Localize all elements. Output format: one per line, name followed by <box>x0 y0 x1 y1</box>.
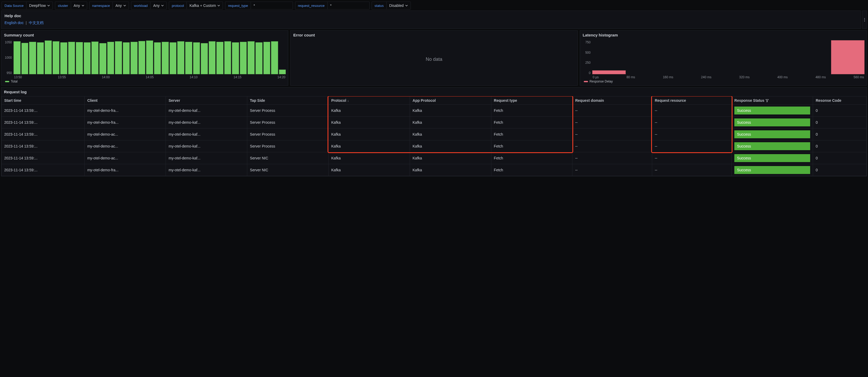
filter-label: protocol <box>169 2 186 9</box>
filter-select[interactable]: DeepFlow <box>26 2 53 9</box>
column-header-label: Server <box>168 98 180 103</box>
bar <box>271 41 278 74</box>
status-badge: Success <box>734 166 810 174</box>
column-header-label: Response Status <box>734 98 765 103</box>
chevron-down-icon <box>82 5 84 6</box>
bar <box>99 43 106 74</box>
column-header-response_code[interactable]: Resonse Code <box>813 96 866 105</box>
bar <box>209 41 216 74</box>
axis-tick: 0 <box>589 71 591 75</box>
column-header-request_domain[interactable]: Request domain <box>572 96 652 105</box>
bar <box>193 42 200 74</box>
help-doc-links: English doc | 中文文档 <box>4 21 858 25</box>
table-row[interactable]: 2023-11-14 13:59:...my-otel-demo-fra...m… <box>2 164 867 176</box>
bar <box>169 42 177 74</box>
cell-request_resource: -- <box>652 128 732 140</box>
cell-tap_side: Server NIC <box>247 152 329 164</box>
latency-histogram-legend[interactable]: Response Delay <box>582 79 865 84</box>
histogram-slot <box>694 39 728 74</box>
table-row[interactable]: 2023-11-14 13:59:...my-otel-demo-ac...my… <box>2 128 867 140</box>
filter-select[interactable]: Disabled <box>386 2 411 9</box>
help-doc-panel: Help doc English doc | 中文文档 <box>1 10 861 29</box>
column-header-request_resource[interactable]: Request resource <box>652 96 732 105</box>
filter-namespace: namespaceAny <box>89 2 129 9</box>
bar <box>264 42 271 74</box>
filter-select[interactable]: Any <box>150 2 167 9</box>
cell-app_protocol: Kafka <box>410 164 491 176</box>
column-header-protocol[interactable]: Protocol↓ <box>328 96 410 105</box>
error-count-panel: Error count No data <box>290 30 578 86</box>
column-header-response_status[interactable]: Response Status <box>732 96 813 105</box>
column-header-label: Resonse Code <box>816 98 841 103</box>
help-doc-chinese-link[interactable]: 中文文档 <box>29 21 43 25</box>
histogram-slot <box>763 39 797 74</box>
help-doc-english-link[interactable]: English doc <box>4 21 24 25</box>
cell-app_protocol: Kafka <box>410 128 491 140</box>
error-count-empty: No data <box>293 39 575 79</box>
bar <box>84 42 91 74</box>
table-row[interactable]: 2023-11-14 13:59:...my-otel-demo-ac...my… <box>2 152 867 164</box>
cell-response_status: Success <box>732 117 813 128</box>
column-header-request_type[interactable]: Request type <box>491 96 572 105</box>
latency-histogram-chart[interactable]: 7505002500 0 µs80 ms160 ms240 ms320 ms40… <box>582 39 865 79</box>
bar <box>53 41 60 74</box>
bar <box>123 42 130 74</box>
panel-menu-button[interactable] <box>862 10 867 29</box>
column-header-tap_side[interactable]: Tap Side <box>247 96 329 105</box>
chevron-down-icon <box>47 5 50 6</box>
table-row[interactable]: 2023-11-14 13:59:...my-otel-demo-ac...my… <box>2 140 867 152</box>
filter-text-input[interactable]: * <box>251 2 293 9</box>
bar <box>216 42 223 74</box>
filter-select[interactable]: Any <box>71 2 87 9</box>
bar <box>68 42 75 74</box>
bar <box>44 40 52 74</box>
cell-request_resource: -- <box>652 152 732 164</box>
cell-request_type: Fetch <box>491 152 572 164</box>
cell-protocol: Kafka <box>328 164 410 176</box>
cell-request_type: Fetch <box>491 117 572 128</box>
bar <box>232 42 239 74</box>
table-row[interactable]: 2023-11-14 13:59:...my-otel-demo-fra...m… <box>2 105 867 117</box>
filter-icon[interactable] <box>766 99 769 102</box>
cell-client: my-otel-demo-fra... <box>85 117 166 128</box>
axis-tick: 560 ms <box>854 75 864 79</box>
table-row[interactable]: 2023-11-14 13:59:...my-otel-demo-fra...m… <box>2 117 867 128</box>
histogram-slot <box>660 39 694 74</box>
column-header-server[interactable]: Server <box>166 96 247 105</box>
axis-tick: 14:10 <box>190 75 197 79</box>
cell-request_type: Fetch <box>491 164 572 176</box>
filter-status: statusDisabled <box>372 2 411 9</box>
bar <box>224 41 231 74</box>
axis-tick: 160 ms <box>663 75 673 79</box>
column-header-client[interactable]: Client <box>85 96 166 105</box>
cell-app_protocol: Kafka <box>410 117 491 128</box>
cell-app_protocol: Kafka <box>410 105 491 117</box>
legend-swatch-icon <box>584 81 588 82</box>
filter-value-text: Kafka + Custom <box>189 3 216 8</box>
cell-server: my-otel-demo-kaf... <box>166 128 247 140</box>
cell-client: my-otel-demo-ac... <box>85 152 166 164</box>
column-header-app_protocol[interactable]: App Protocol <box>410 96 491 105</box>
request-log-header-row: Start timeClientServerTap SideProtocol↓A… <box>2 96 867 105</box>
column-header-label: Request resource <box>655 98 686 103</box>
cell-response_code: 0 <box>813 164 866 176</box>
filter-select[interactable]: Any <box>113 2 129 9</box>
column-header-start_time[interactable]: Start time <box>2 96 85 105</box>
filter-protocol: protocolKafka + Custom <box>169 2 223 9</box>
filter-label: request_resource <box>295 2 327 9</box>
cell-response_status: Success <box>732 128 813 140</box>
cell-request_resource: -- <box>652 140 732 152</box>
filter-value-text: Any <box>74 3 80 8</box>
histogram-slot <box>728 39 762 74</box>
summary-count-chart[interactable]: 10501000950 13:5013:5514:0014:0514:1014:… <box>3 39 286 79</box>
latency-histogram-yaxis: 7505002500 <box>582 39 592 79</box>
summary-count-legend[interactable]: Total <box>3 79 286 84</box>
filter-label: cluster <box>55 2 70 9</box>
cell-protocol: Kafka <box>328 105 410 117</box>
axis-tick: 14:00 <box>102 75 110 79</box>
cell-server: my-otel-demo-kaf... <box>166 105 247 117</box>
filter-text-input[interactable]: * <box>327 2 370 9</box>
status-badge: Success <box>734 154 810 162</box>
axis-tick: 750 <box>585 40 591 44</box>
filter-select[interactable]: Kafka + Custom <box>186 2 223 9</box>
